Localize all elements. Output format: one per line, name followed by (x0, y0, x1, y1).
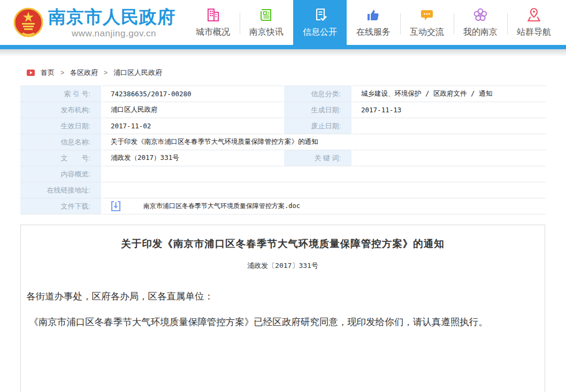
nav-label: 我的南京 (463, 27, 498, 38)
info-name-value: 关于印发《南京市浦口区冬春季节大气环境质量保障管控方案》的通知 (102, 134, 546, 150)
issuing-agency-label: 发布机构: (20, 102, 102, 118)
download-icon[interactable] (111, 201, 121, 212)
document-content-panel: 关于印发《南京市浦口区冬春季节大气环境质量保障管控方案》的通知 浦政发〔2017… (20, 225, 545, 392)
newspaper-icon (258, 7, 274, 23)
document-number: 浦政发〔2017〕331号 (21, 261, 545, 271)
header-shadow (0, 49, 566, 57)
doc-number-label: 文 号: (20, 150, 102, 166)
breadcrumb-home[interactable]: 首页 (41, 68, 55, 78)
info-category-label: 信息分类: (284, 86, 352, 102)
home-play-icon (27, 70, 35, 76)
table-row: 文件下载: 南京市浦口区冬春季节大气环境质量保障管控方案.doc (20, 198, 546, 214)
effective-date-label: 生效日期: (20, 118, 102, 134)
nav-item-interaction[interactable]: 互动交流 (400, 0, 454, 45)
document-paragraph: 《南京市浦口区冬春季节大气环境质量保障管控方案》已经区政府研究同意，现印发给你们… (26, 311, 539, 334)
nav-label: 在线服务 (356, 27, 391, 38)
site-logo-link[interactable]: 南京市人民政府 www.nanjing.gov.cn (12, 0, 180, 45)
header-accent-stripe (0, 45, 566, 49)
main-nav: 城市概况 南京快讯 (186, 0, 561, 45)
document-check-icon (312, 7, 328, 23)
breadcrumb: 首页 > 各区政府 > 浦口区人民政府 (27, 68, 162, 78)
keywords-value (352, 150, 546, 166)
breadcrumb-pukou-gov[interactable]: 浦口区人民政府 (113, 68, 162, 78)
nav-item-info-disclosure[interactable]: 信息公开 (293, 0, 347, 45)
content-overview-label: 内容概览: (20, 166, 102, 182)
nav-label: 信息公开 (303, 27, 337, 38)
document-title: 关于印发《南京市浦口区冬春季节大气环境质量保障管控方案》的通知 (21, 237, 545, 250)
info-category-value: 城乡建设、环境保护 / 区政府文件 / 通知 (352, 86, 546, 102)
doc-number-value: 浦政发（2017）331号 (102, 150, 284, 166)
creation-date-value: 2017-11-13 (352, 102, 546, 118)
table-row: 内容概览: (20, 166, 546, 182)
nav-label: 南京快讯 (249, 27, 284, 38)
repeal-date-value (352, 118, 546, 134)
breadcrumb-separator: > (60, 69, 64, 76)
nav-item-city-overview[interactable]: 城市概况 (186, 0, 240, 45)
table-row: 发布机构: 浦口区人民政府 生成日期: 2017-11-13 (20, 102, 546, 118)
index-number-value: 742386635/2017-00280 (102, 86, 284, 102)
site-header: 南京市人民政府 www.nanjing.gov.cn 城市概况 (0, 0, 566, 45)
index-number-label: 索 引 号: (20, 86, 102, 102)
nav-label: 城市概况 (196, 27, 230, 38)
table-row: 文 号: 浦政发（2017）331号 关 键 词: (20, 150, 546, 166)
nav-item-my-nanjing[interactable]: 我的南京 (454, 0, 507, 45)
table-row: 在线链接地址: (20, 182, 546, 198)
info-name-label: 信息名称: (20, 134, 102, 150)
table-row: 索 引 号: 742386635/2017-00280 信息分类: 城乡建设、环… (20, 86, 546, 102)
breadcrumb-separator: > (104, 69, 108, 76)
document-paragraph: 各街道办事处，区府各办局，区各直属单位： (26, 285, 539, 308)
file-download-cell: 南京市浦口区冬春季节大气环境质量保障管控方案.doc (102, 198, 546, 214)
thumbs-up-icon (365, 7, 381, 23)
file-download-label: 文件下载: (20, 198, 102, 214)
table-row: 信息名称: 关于印发《南京市浦口区冬春季节大气环境质量保障管控方案》的通知 (20, 134, 546, 150)
building-icon (205, 7, 221, 23)
document-body: 各街道办事处，区府各办局，区各直属单位： 《南京市浦口区冬春季节大气环境质量保障… (26, 285, 539, 334)
document-metadata-table: 索 引 号: 742386635/2017-00280 信息分类: 城乡建设、环… (20, 86, 546, 214)
nav-item-site-navigation[interactable]: 站群导航 (507, 0, 561, 45)
nav-item-online-services[interactable]: 在线服务 (347, 0, 400, 45)
breadcrumb-district-govs[interactable]: 各区政府 (70, 68, 98, 78)
nav-label: 站群导航 (517, 27, 551, 38)
site-url: www.nanjing.gov.cn (48, 28, 180, 39)
effective-date-value: 2017-11-02 (102, 118, 284, 134)
nav-label: 互动交流 (410, 27, 444, 38)
online-link-label: 在线链接地址: (20, 182, 102, 198)
nav-item-nanjing-news[interactable]: 南京快讯 (240, 0, 293, 45)
table-row: 生效日期: 2017-11-02 废止日期: (20, 118, 546, 134)
repeal-date-label: 废止日期: (284, 118, 352, 134)
map-pin-icon (526, 7, 542, 23)
plum-blossom-icon (472, 7, 488, 23)
online-link-value (102, 182, 546, 198)
download-file-link[interactable]: 南京市浦口区冬春季节大气环境质量保障管控方案.doc (143, 202, 300, 211)
creation-date-label: 生成日期: (284, 102, 352, 118)
chat-bubble-icon (419, 7, 435, 23)
page: 南京市人民政府 www.nanjing.gov.cn 城市概况 (0, 0, 566, 392)
issuing-agency-value: 浦口区人民政府 (102, 102, 284, 118)
content-overview-value (102, 166, 546, 182)
national-emblem-icon (13, 7, 44, 38)
keywords-label: 关 键 词: (284, 150, 352, 166)
site-title: 南京市人民政府 (48, 5, 175, 29)
